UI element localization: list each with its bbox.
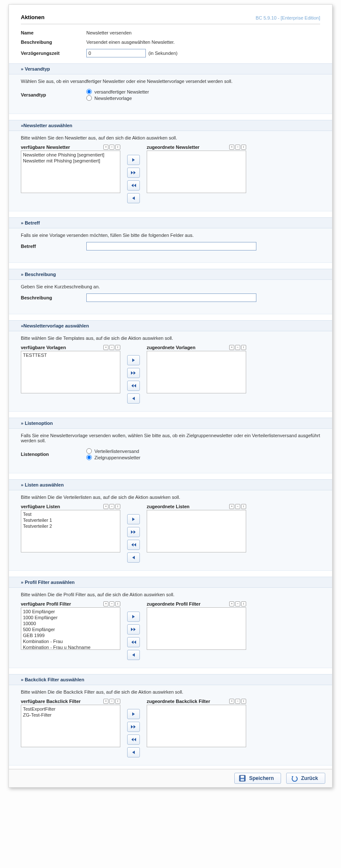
expand-icon[interactable]: + <box>103 601 108 606</box>
list-item[interactable]: 500 Empfänger <box>22 626 119 632</box>
move-left-button[interactable] <box>127 650 140 660</box>
expand-icon[interactable]: + <box>103 699 108 704</box>
beschreibung-input[interactable] <box>86 293 256 302</box>
info-icon[interactable]: i <box>115 145 120 150</box>
move-all-right-button[interactable] <box>127 624 140 635</box>
move-all-left-button[interactable] <box>127 734 140 745</box>
list-item[interactable]: Kombination - Frau <box>22 638 119 644</box>
move-all-right-button[interactable] <box>127 168 140 178</box>
move-left-button[interactable] <box>127 747 140 757</box>
svg-rect-1 <box>241 776 244 778</box>
list-item[interactable]: 100 Empfänger <box>22 609 119 615</box>
versandtyp-label: Versandtyp <box>21 92 86 97</box>
listen-assigned-list[interactable] <box>147 510 246 552</box>
info-icon[interactable]: i <box>241 345 246 350</box>
info-icon[interactable]: i <box>241 504 246 509</box>
betreff-input[interactable] <box>86 242 256 250</box>
vorlage-assigned-list[interactable] <box>147 351 246 393</box>
move-all-left-button[interactable] <box>127 540 140 550</box>
move-right-button[interactable] <box>127 155 140 165</box>
collapse-icon[interactable]: − <box>109 699 114 704</box>
expand-icon[interactable]: + <box>229 145 234 150</box>
expand-icon[interactable]: + <box>103 504 108 509</box>
beschreibung-desc: Geben Sie eine Kurzbeschreibung an. <box>21 284 320 289</box>
move-right-button[interactable] <box>127 514 140 524</box>
section-versandtyp: Wählen Sie aus, ob ein versandfertiger N… <box>9 74 332 114</box>
section-profil-title: » Profil Filter auswählen <box>9 577 332 588</box>
collapse-icon[interactable]: − <box>235 145 240 150</box>
collapse-icon[interactable]: − <box>235 345 240 350</box>
move-all-right-button[interactable] <box>127 368 140 378</box>
collapse-icon[interactable]: − <box>109 601 114 606</box>
info-icon[interactable]: i <box>115 345 120 350</box>
move-all-left-button[interactable] <box>127 637 140 647</box>
info-icon[interactable]: i <box>241 699 246 704</box>
list-item[interactable]: Testverteiler 1 <box>22 517 119 523</box>
back-button[interactable]: Zurück <box>286 773 325 784</box>
move-right-button[interactable] <box>127 709 140 719</box>
delay-unit: (in Sekunden) <box>148 51 178 56</box>
list-item[interactable]: GEB 1999 <box>22 632 119 638</box>
list-item[interactable]: 10000 <box>22 620 119 626</box>
profil-available-list[interactable]: 100 Empfänger1000 Empfänger10000500 Empf… <box>21 607 120 650</box>
list-item[interactable]: TestExportFilter <box>22 706 119 712</box>
move-left-button[interactable] <box>127 193 140 203</box>
move-left-button[interactable] <box>127 393 140 404</box>
expand-icon[interactable]: + <box>103 145 108 150</box>
radio-verteilerliste[interactable] <box>86 448 92 454</box>
newsletter-left-title: verfügbare Newsletter <box>21 145 70 150</box>
list-item[interactable]: Newsletter ohne Phishing [segmentiert] <box>22 152 119 158</box>
collapse-icon[interactable]: − <box>235 699 240 704</box>
newsletter-assigned-list[interactable] <box>147 151 246 193</box>
section-backclick-title: » Backclick Filter auswählen <box>9 674 332 685</box>
listen-left-title: verfügbare Listen <box>21 504 60 509</box>
row-description: Beschreibung Versendet einen ausgewählte… <box>21 40 320 45</box>
listen-available-list[interactable]: TestTestverteiler 1Testverteiler 2 <box>21 510 120 552</box>
list-item[interactable]: ZG-Test-Filter <box>22 712 119 718</box>
section-betreff-title: » Betreff <box>9 217 332 228</box>
delay-input[interactable] <box>86 49 146 57</box>
save-button[interactable]: Speichern <box>234 773 281 784</box>
row-delay: Verzögerungszeit (in Sekunden) <box>21 49 320 57</box>
info-icon[interactable]: i <box>241 145 246 150</box>
expand-icon[interactable]: + <box>229 699 234 704</box>
vorlage-available-list[interactable]: TESTTEST <box>21 351 120 393</box>
move-all-left-button[interactable] <box>127 381 140 391</box>
move-all-right-button[interactable] <box>127 722 140 732</box>
collapse-icon[interactable]: − <box>109 345 114 350</box>
list-item[interactable]: Test <box>22 511 119 517</box>
move-all-right-button[interactable] <box>127 527 140 537</box>
move-left-button[interactable] <box>127 552 140 563</box>
listen-right-title: zugeordnete Listen <box>147 504 190 509</box>
backclick-assigned-list[interactable] <box>147 705 246 747</box>
info-icon[interactable]: i <box>115 699 120 704</box>
collapse-icon[interactable]: − <box>109 504 114 509</box>
newsletter-available-list[interactable]: Newsletter ohne Phishing [segmentiert]Ne… <box>21 151 120 193</box>
info-icon[interactable]: i <box>115 504 120 509</box>
expand-icon[interactable]: + <box>229 345 234 350</box>
info-icon[interactable]: i <box>241 601 246 606</box>
radio-versandfertig[interactable] <box>86 89 92 94</box>
list-item[interactable]: Newsletter mit Phishing [segmentiert] <box>22 158 119 164</box>
move-all-left-button[interactable] <box>127 180 140 191</box>
collapse-icon[interactable]: − <box>109 145 114 150</box>
collapse-icon[interactable]: − <box>235 601 240 606</box>
list-item[interactable]: Testverteiler 2 <box>22 523 119 529</box>
radio-zielgruppe[interactable] <box>86 455 92 460</box>
move-right-button[interactable] <box>127 355 140 365</box>
collapse-icon[interactable]: − <box>235 504 240 509</box>
radio-vorlage[interactable] <box>86 95 92 101</box>
expand-icon[interactable]: + <box>229 504 234 509</box>
section-newsletter: Bitte wählen Sie den Newsletter aus, auf… <box>9 131 332 211</box>
svg-rect-2 <box>241 779 244 781</box>
info-icon[interactable]: i <box>115 601 120 606</box>
expand-icon[interactable]: + <box>103 345 108 350</box>
list-item[interactable]: 1000 Empfänger <box>22 615 119 620</box>
list-item[interactable]: TESTTEST <box>22 352 119 358</box>
list-item[interactable]: Kombination - Frau u Nachname <box>22 644 119 650</box>
move-right-button[interactable] <box>127 612 140 622</box>
section-profil: Bitte wählen Die die Profil Filter aus, … <box>9 588 332 668</box>
backclick-available-list[interactable]: TestExportFilterZG-Test-Filter <box>21 705 120 747</box>
expand-icon[interactable]: + <box>229 601 234 606</box>
profil-assigned-list[interactable] <box>147 607 246 650</box>
